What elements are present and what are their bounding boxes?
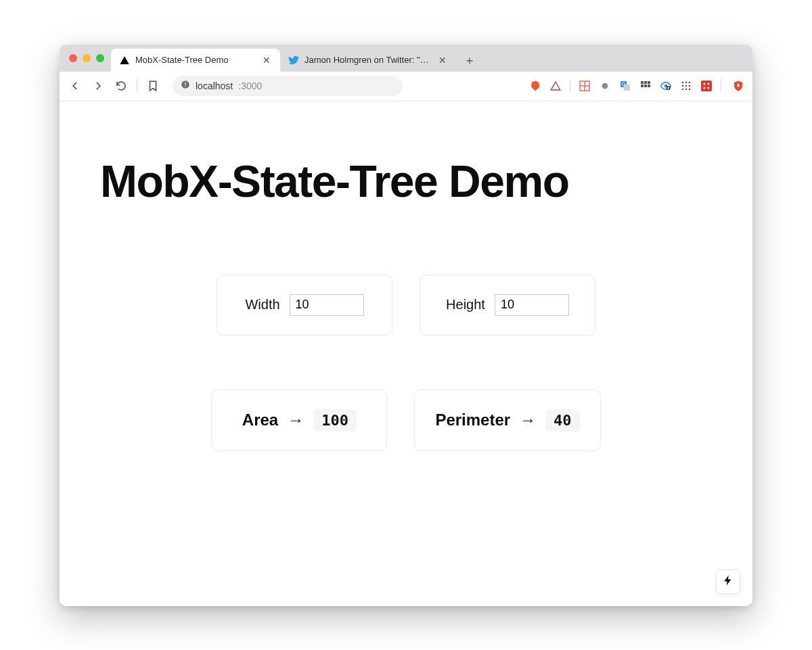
svg-text:G: G (622, 82, 625, 87)
address-host: localhost (196, 80, 233, 91)
brave-icon[interactable] (529, 80, 541, 92)
svg-point-21 (689, 82, 691, 84)
svg-rect-11 (644, 81, 647, 84)
tab-inactive[interactable]: Jamon Holmgren on Twitter: "Who ✕ (280, 49, 456, 72)
svg-point-23 (685, 85, 687, 87)
browser-window: MobX-State-Tree Demo ✕ Jamon Holmgren on… (60, 45, 752, 606)
extension-eye-icon[interactable] (660, 80, 672, 92)
tab-active[interactable]: MobX-State-Tree Demo ✕ (111, 49, 280, 72)
svg-point-19 (682, 82, 684, 84)
not-secure-icon (181, 80, 190, 92)
bookmark-button[interactable] (145, 78, 160, 93)
close-tab-icon[interactable]: ✕ (437, 55, 448, 66)
height-card: Height (420, 275, 595, 335)
extension-shield-icon[interactable] (732, 80, 744, 92)
back-button[interactable] (68, 78, 83, 93)
svg-rect-28 (701, 80, 712, 91)
window-minimize-button[interactable] (83, 54, 91, 62)
svg-rect-14 (644, 85, 647, 87)
window-zoom-button[interactable] (96, 54, 104, 62)
devtools-fab[interactable] (716, 570, 740, 594)
page-title: MobX-State-Tree Demo (100, 156, 712, 207)
svg-point-30 (708, 83, 710, 85)
traffic-lights (66, 45, 111, 72)
window-close-button[interactable] (69, 54, 77, 62)
area-label: Area (242, 411, 278, 430)
tab-title: MobX-State-Tree Demo (135, 55, 256, 65)
svg-point-31 (704, 87, 706, 89)
toolbar: localhost:3000 G (60, 72, 752, 101)
extension-dot-icon[interactable] (599, 80, 611, 92)
svg-rect-18 (668, 87, 669, 89)
tabs: MobX-State-Tree Demo ✕ Jamon Holmgren on… (111, 45, 746, 72)
svg-point-32 (708, 87, 710, 89)
height-label: Height (446, 297, 485, 312)
extension-translate-icon[interactable]: G (619, 80, 631, 92)
svg-rect-13 (641, 85, 644, 87)
area-card: Area → 100 (211, 390, 387, 451)
results-row: Area → 100 Perimeter → 40 (100, 390, 712, 451)
forward-button[interactable] (91, 78, 106, 93)
wallet-icon[interactable] (549, 80, 562, 92)
svg-point-6 (602, 83, 608, 89)
close-tab-icon[interactable]: ✕ (261, 55, 272, 66)
extension-devtools-icon[interactable] (579, 80, 591, 92)
extension-icons: G (579, 80, 713, 92)
address-port: :3000 (238, 80, 262, 91)
new-tab-button[interactable]: ＋ (460, 51, 479, 70)
height-input[interactable] (495, 294, 569, 316)
width-label: Width (245, 297, 279, 312)
perimeter-label: Perimeter (435, 411, 510, 430)
extension-grid-icon[interactable] (639, 80, 652, 92)
perimeter-card: Perimeter → 40 (414, 390, 600, 451)
perimeter-value: 40 (545, 409, 580, 432)
svg-rect-10 (641, 81, 644, 84)
svg-point-20 (685, 82, 687, 84)
svg-point-27 (689, 89, 691, 91)
svg-point-22 (682, 85, 684, 87)
svg-point-24 (689, 85, 691, 87)
inputs-row: Width Height (100, 275, 712, 335)
width-card: Width (217, 275, 392, 335)
svg-rect-2 (185, 86, 185, 87)
arrow-right-icon: → (288, 411, 304, 430)
address-bar[interactable]: localhost:3000 (173, 76, 403, 96)
tab-title: Jamon Holmgren on Twitter: "Who (304, 55, 432, 65)
vercel-icon (119, 55, 130, 66)
area-value: 100 (313, 409, 357, 432)
svg-point-26 (685, 89, 687, 91)
extension-apps-icon[interactable] (680, 80, 692, 92)
svg-rect-1 (185, 83, 185, 86)
divider (570, 79, 570, 93)
extension-icons-left (529, 80, 562, 92)
reload-button[interactable] (114, 78, 129, 93)
extension-red-icon[interactable] (700, 80, 713, 92)
svg-point-25 (682, 89, 684, 91)
svg-rect-12 (648, 81, 650, 84)
width-input[interactable] (290, 294, 364, 316)
arrow-right-icon: → (520, 411, 536, 430)
svg-point-29 (704, 83, 706, 85)
lightning-icon (722, 574, 734, 589)
svg-rect-15 (648, 85, 650, 87)
divider (137, 79, 137, 93)
divider (721, 79, 721, 93)
twitter-icon (288, 55, 299, 66)
tab-strip: MobX-State-Tree Demo ✕ Jamon Holmgren on… (60, 45, 752, 72)
page-content: MobX-State-Tree Demo Width Height Area → (60, 101, 752, 606)
